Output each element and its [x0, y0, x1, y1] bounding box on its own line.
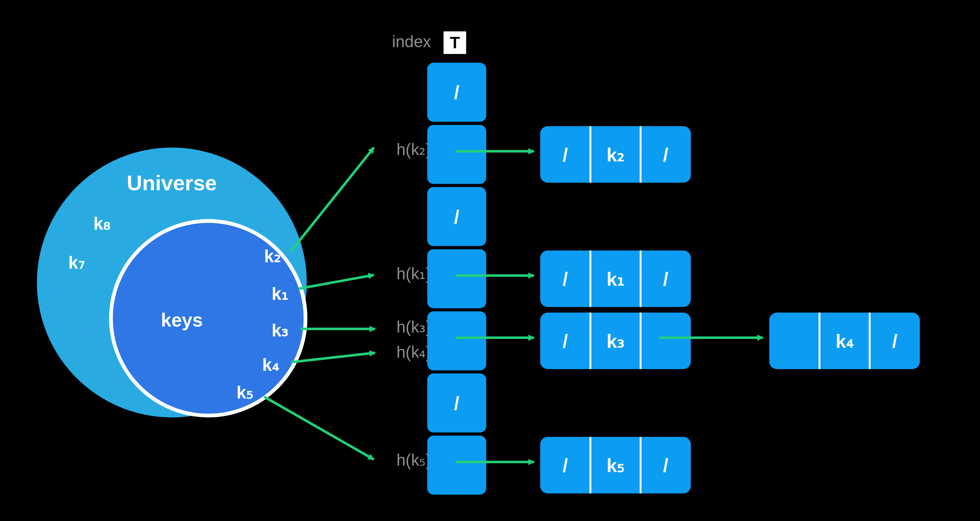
- chain-node-k2: /k₂/: [540, 126, 690, 183]
- node-key: k₁: [606, 269, 624, 290]
- node-prev: /: [563, 455, 568, 476]
- inner-key-k5: k₅: [236, 382, 253, 402]
- node-key: k₃: [606, 331, 624, 352]
- outer-key-k7: k₇: [68, 253, 85, 272]
- node-next: /: [663, 455, 668, 476]
- table-slot-label: /: [454, 207, 460, 228]
- chain-nodes-layer: /k₂//k₁//k₃k₄//k₅/: [540, 126, 920, 494]
- svg-line-3: [291, 353, 375, 362]
- table-slot-label: /: [454, 393, 460, 414]
- hash-label-k3: h(k₃): [397, 318, 431, 336]
- svg-line-0: [291, 148, 374, 251]
- table-header-label: T: [450, 33, 460, 52]
- svg-line-4: [264, 397, 374, 460]
- node-next: /: [892, 331, 897, 352]
- node-prev: /: [563, 269, 568, 290]
- svg-line-1: [299, 275, 374, 289]
- inner-key-k1: k₁: [272, 284, 289, 303]
- inner-key-k4: k₄: [262, 355, 279, 374]
- node-key: k₂: [606, 145, 624, 166]
- outer-key-k8: k₈: [93, 213, 110, 233]
- keys-title: keys: [161, 309, 203, 330]
- table-slot-label: /: [454, 82, 460, 103]
- table-slot: [427, 249, 486, 308]
- node-prev: /: [563, 331, 568, 352]
- hash-table-column: ///: [427, 63, 486, 495]
- chain-node-k5: /k₅/: [540, 437, 690, 493]
- universe-title: Universe: [127, 171, 217, 195]
- node-next: /: [663, 145, 668, 166]
- hash-label-k1: h(k₁): [397, 264, 431, 283]
- inner-key-k3: k₃: [272, 320, 289, 340]
- node-key: k₄: [835, 331, 854, 352]
- table-slot: [427, 435, 486, 494]
- inner-key-k2: k₂: [264, 246, 281, 266]
- hash-table-diagram: Universe keys k₈ k₇ k₂ k₁ k₃ k₄ k₅ index…: [0, 0, 980, 521]
- hash-label-k4: h(k₄): [397, 343, 431, 361]
- node-next: /: [663, 269, 668, 290]
- hash-label-k5: h(k₅): [397, 451, 431, 469]
- node-prev: /: [563, 145, 568, 166]
- chain-node-k1: /k₁/: [540, 250, 690, 307]
- table-slot: [427, 311, 486, 370]
- chain-node-k3: /k₃: [540, 313, 690, 369]
- node-key: k₅: [606, 455, 624, 476]
- chain-node-k4: k₄/: [769, 313, 920, 369]
- hash-label-k2: h(k₂): [397, 140, 431, 159]
- index-header-label: index: [392, 32, 431, 51]
- table-slot: [427, 125, 486, 184]
